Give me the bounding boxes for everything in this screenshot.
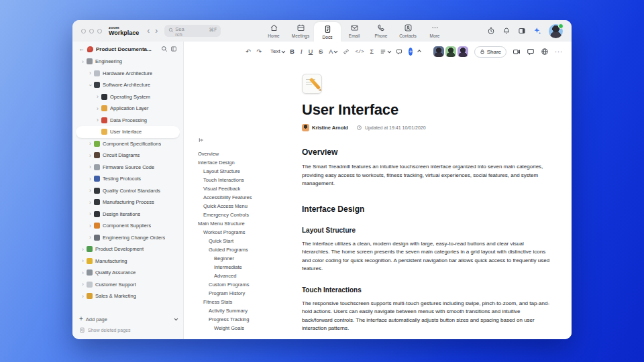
sidebar-item-firmware-source-code[interactable]: ›Firmware Source Code bbox=[76, 162, 180, 174]
chevron-right-icon[interactable]: › bbox=[87, 211, 93, 217]
panel-collapse-icon[interactable] bbox=[170, 46, 177, 52]
language-button[interactable] bbox=[541, 48, 549, 56]
nav-tab-meetings[interactable]: Meetings bbox=[287, 20, 314, 42]
minimize-button[interactable] bbox=[89, 29, 94, 34]
collaborator-avatar[interactable] bbox=[458, 46, 468, 57]
sidebar-item-operating-system[interactable]: ›Operating System bbox=[76, 91, 180, 103]
outline-item-accessibility-features[interactable]: Accessibility Features bbox=[198, 193, 299, 202]
chevron-right-icon[interactable]: › bbox=[87, 188, 93, 194]
sidebar-item-manufacturing[interactable]: ›Manufacturing bbox=[76, 255, 180, 267]
sidebar-item-component-specifications[interactable]: ›Component Specifications bbox=[76, 138, 180, 150]
more-options-button[interactable]: ··· bbox=[555, 48, 563, 55]
insert-button[interactable]: + bbox=[409, 48, 413, 56]
outline-item-workout-programs[interactable]: Workout Programs bbox=[198, 228, 299, 237]
sidebar-item-quality-assurance[interactable]: ›Quality Assurance bbox=[76, 267, 180, 279]
sidebar-item-component-suppliers[interactable]: ›Component Suppliers bbox=[76, 220, 180, 232]
text-color-dropdown[interactable]: A bbox=[329, 49, 337, 55]
redo-button[interactable]: ↷ bbox=[257, 49, 262, 55]
sidebar-item-engineering-change-orders[interactable]: ›Engineering Change Orders bbox=[76, 232, 180, 244]
outline-item-quick-start[interactable]: Quick Start bbox=[198, 237, 299, 245]
outline-item-layout-structure[interactable]: Layout Structure bbox=[198, 167, 299, 176]
code-button[interactable]: </> bbox=[356, 50, 364, 54]
back-button[interactable]: ‹ bbox=[144, 27, 152, 35]
chevron-right-icon[interactable]: › bbox=[87, 223, 93, 229]
chevron-right-icon[interactable]: › bbox=[80, 247, 86, 253]
start-video-button[interactable] bbox=[513, 48, 521, 56]
align-dropdown[interactable] bbox=[380, 48, 390, 55]
outline-item-fitness-stats[interactable]: Fitness Stats bbox=[198, 298, 299, 306]
forward-button[interactable]: › bbox=[152, 27, 160, 35]
chevron-right-icon[interactable]: › bbox=[80, 270, 86, 276]
chevron-right-icon[interactable]: › bbox=[80, 294, 86, 300]
search-icon[interactable] bbox=[161, 46, 168, 52]
nav-tab-email[interactable]: Email bbox=[341, 20, 368, 42]
outline-item-program-history[interactable]: Program History bbox=[198, 289, 299, 298]
sidebar-item-quality-control-standards[interactable]: ›Quality Control Standards bbox=[76, 185, 180, 197]
outline-item-visual-feedback[interactable]: Visual Feedback bbox=[198, 184, 299, 193]
chevron-right-icon[interactable]: › bbox=[80, 258, 86, 264]
outline-item-main-menu-structure[interactable]: Main Menu Structure bbox=[198, 219, 299, 228]
bell-icon[interactable] bbox=[502, 27, 511, 35]
link-button[interactable] bbox=[343, 48, 350, 55]
chevron-right-icon[interactable]: › bbox=[87, 70, 93, 76]
outline-item-custom-programs[interactable]: Custom Programs bbox=[198, 280, 299, 289]
chevron-right-icon[interactable]: › bbox=[87, 200, 93, 206]
history-clock-icon[interactable] bbox=[487, 27, 495, 35]
collaborator-avatar[interactable] bbox=[445, 46, 456, 57]
italic-button[interactable]: I bbox=[301, 49, 303, 55]
sidebar-item-application-layer[interactable]: ›Application Layer bbox=[76, 103, 180, 115]
sidebar-item-design-iterations[interactable]: ›Design Iterations bbox=[76, 208, 180, 221]
chevron-right-icon[interactable]: › bbox=[87, 141, 93, 147]
sidebar-item-product-development[interactable]: ›Product Development bbox=[76, 243, 180, 255]
sidebar-item-data-processing[interactable]: ›Data Processing bbox=[76, 115, 180, 127]
chevron-right-icon[interactable]: › bbox=[95, 106, 101, 112]
maximize-button[interactable] bbox=[97, 29, 102, 34]
outline-item-advanced[interactable]: Advanced bbox=[198, 272, 299, 280]
nav-tab-contacts[interactable]: Contacts bbox=[394, 20, 421, 42]
nav-tab-docs[interactable]: Docs bbox=[314, 22, 341, 42]
bold-button[interactable]: B bbox=[290, 49, 294, 55]
chevron-right-icon[interactable]: › bbox=[87, 235, 93, 241]
outline-item-intermediate[interactable]: Intermediate bbox=[198, 263, 299, 272]
share-button[interactable]: Share bbox=[474, 46, 506, 58]
nav-tab-home[interactable]: Home bbox=[260, 20, 287, 42]
sidebar-item-manufacturing-process[interactable]: ›Manufacturing Process bbox=[76, 196, 180, 208]
outline-item-beginner[interactable]: Beginner bbox=[198, 254, 299, 263]
chevron-right-icon[interactable]: › bbox=[95, 117, 101, 123]
underline-button[interactable]: U bbox=[309, 49, 313, 55]
sidebar-item-sales-marketing[interactable]: ›Sales & Marketing bbox=[76, 290, 180, 302]
sidebar-item-circuit-diagrams[interactable]: ›Circuit Diagrams bbox=[76, 149, 180, 162]
outline-item-quick-access-menu[interactable]: Quick Access Menu bbox=[198, 202, 299, 210]
collapse-toolbar-button[interactable] bbox=[419, 50, 421, 53]
chevron-right-icon[interactable]: › bbox=[95, 94, 101, 100]
doc-title[interactable]: User Interface bbox=[302, 101, 551, 119]
chevron-right-icon[interactable]: › bbox=[87, 176, 93, 182]
close-button[interactable] bbox=[81, 29, 86, 34]
show-deleted-pages-button[interactable]: Show deleted pages bbox=[76, 324, 180, 335]
chevron-right-icon[interactable]: › bbox=[80, 59, 86, 65]
chevron-right-icon[interactable]: › bbox=[87, 164, 93, 170]
outline-item-touch-interactions[interactable]: Touch Interactions bbox=[198, 176, 299, 184]
chevron-down-icon[interactable]: › bbox=[87, 82, 93, 88]
sidebar-item-software-architecture[interactable]: ›Software Architecture bbox=[76, 79, 180, 91]
memo-emoji-icon[interactable] bbox=[302, 74, 322, 94]
chevron-down-icon[interactable] bbox=[174, 317, 177, 320]
outline-item-interface-design[interactable]: Interface Design bbox=[198, 158, 299, 167]
collaborator-avatar[interactable] bbox=[433, 46, 444, 57]
nav-tab-more[interactable]: More bbox=[421, 20, 448, 42]
comment-button[interactable] bbox=[396, 48, 402, 55]
outline-item-weight-goals[interactable]: Weight Goals bbox=[198, 324, 299, 333]
undo-button[interactable]: ↶ bbox=[246, 49, 251, 55]
chevron-right-icon[interactable]: › bbox=[87, 153, 93, 159]
sidebar-item-customer-support[interactable]: ›Customer Support bbox=[76, 279, 180, 291]
strikethrough-button[interactable]: S bbox=[319, 49, 323, 55]
text-style-dropdown[interactable]: Text bbox=[270, 49, 284, 54]
outline-item-progress-tracking[interactable]: Progress Tracking bbox=[198, 315, 299, 324]
equation-button[interactable]: Σ bbox=[370, 49, 374, 55]
chat-button[interactable] bbox=[527, 48, 535, 56]
chevron-right-icon[interactable]: › bbox=[80, 282, 86, 288]
sidebar-item-user-interface[interactable]: ›User Interface bbox=[76, 126, 180, 138]
outline-item-emergency-controls[interactable]: Emergency Controls bbox=[198, 210, 299, 219]
sidebar-item-testing-protocols[interactable]: ›Testing Protocols bbox=[76, 173, 180, 185]
outline-item-overview[interactable]: Overview bbox=[198, 149, 299, 158]
